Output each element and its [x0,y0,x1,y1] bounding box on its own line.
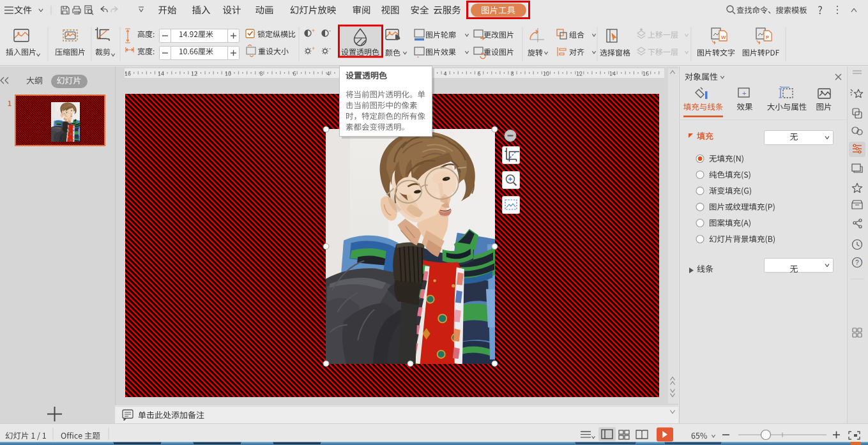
svg-text:+: + [312,45,315,52]
svg-text:P: P [766,34,770,40]
svg-text:?: ? [855,259,859,266]
svg-text:+: + [742,89,746,97]
svg-text:*: * [417,55,419,61]
svg-text:-: - [329,27,331,34]
svg-text:+: + [312,27,315,34]
svg-text:W: W [721,34,726,40]
svg-text:-: - [329,45,331,52]
